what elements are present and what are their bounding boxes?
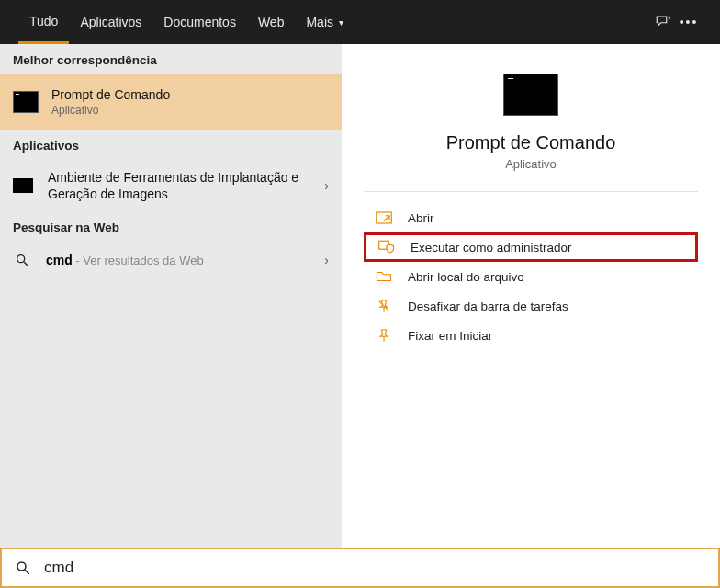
result-title: Prompt de Comando <box>51 87 329 102</box>
result-title: cmd - Ver resultados da Web <box>46 253 324 267</box>
tab-aplicativos[interactable]: Aplicativos <box>69 0 152 44</box>
chevron-right-icon: › <box>324 178 329 193</box>
result-title: Ambiente de Ferramentas de Implantação e… <box>48 169 324 202</box>
pin-icon <box>373 326 395 345</box>
unpin-icon <box>373 297 395 315</box>
preview-panel: Prompt de Comando Aplicativo Abrir Execu… <box>342 44 720 548</box>
action-unpin-taskbar[interactable]: Desafixar da barra de tarefas <box>364 291 698 321</box>
tab-mais[interactable]: Mais <box>295 0 354 44</box>
tab-tudo[interactable]: Tudo <box>18 0 69 44</box>
svg-line-9 <box>25 570 29 574</box>
action-label: Abrir <box>408 211 434 225</box>
section-best-match: Melhor correspondência <box>0 44 342 74</box>
feedback-icon[interactable] <box>650 14 676 30</box>
action-label: Executar como administrador <box>411 241 572 254</box>
tab-web[interactable]: Web <box>247 0 296 44</box>
admin-shield-icon <box>376 238 398 256</box>
section-web: Pesquisar na Web <box>0 211 342 242</box>
action-run-as-admin[interactable]: Executar como administrador <box>364 232 698 262</box>
tab-documentos[interactable]: Documentos <box>152 0 247 44</box>
svg-line-3 <box>384 216 389 221</box>
preview-title: Prompt de Comando <box>342 132 720 153</box>
search-bar[interactable] <box>0 548 720 588</box>
top-tab-bar: Tudo Aplicativos Documentos Web Mais ••• <box>0 0 720 44</box>
open-icon <box>373 209 395 227</box>
action-label: Desafixar da barra de tarefas <box>408 300 568 313</box>
svg-line-1 <box>24 262 28 266</box>
action-open-file-location[interactable]: Abrir local do arquivo <box>364 262 698 291</box>
search-icon <box>15 560 31 576</box>
preview-kind: Aplicativo <box>342 157 720 171</box>
svg-point-8 <box>17 562 26 571</box>
result-subtitle: Aplicativo <box>51 104 329 117</box>
chevron-right-icon: › <box>324 253 329 267</box>
cmd-icon <box>13 91 39 113</box>
app-icon <box>13 178 33 193</box>
folder-icon <box>373 267 395 286</box>
svg-point-0 <box>17 255 25 263</box>
action-pin-start[interactable]: Fixar em Iniciar <box>364 321 698 350</box>
more-icon[interactable]: ••• <box>676 15 702 29</box>
action-label: Fixar em Iniciar <box>408 329 492 343</box>
result-web-cmd[interactable]: cmd - Ver resultados da Web › <box>0 242 342 278</box>
action-label: Abrir local do arquivo <box>408 270 524 284</box>
search-icon <box>13 251 31 269</box>
cmd-preview-icon <box>503 74 558 116</box>
result-app-deployment-tools[interactable]: Ambiente de Ferramentas de Implantação e… <box>0 160 342 211</box>
search-input[interactable] <box>44 559 705 577</box>
result-best-cmd[interactable]: Prompt de Comando Aplicativo <box>0 74 342 130</box>
action-open[interactable]: Abrir <box>364 203 698 232</box>
section-apps: Aplicativos <box>0 130 342 160</box>
results-panel: Melhor correspondência Prompt de Comando… <box>0 44 342 548</box>
